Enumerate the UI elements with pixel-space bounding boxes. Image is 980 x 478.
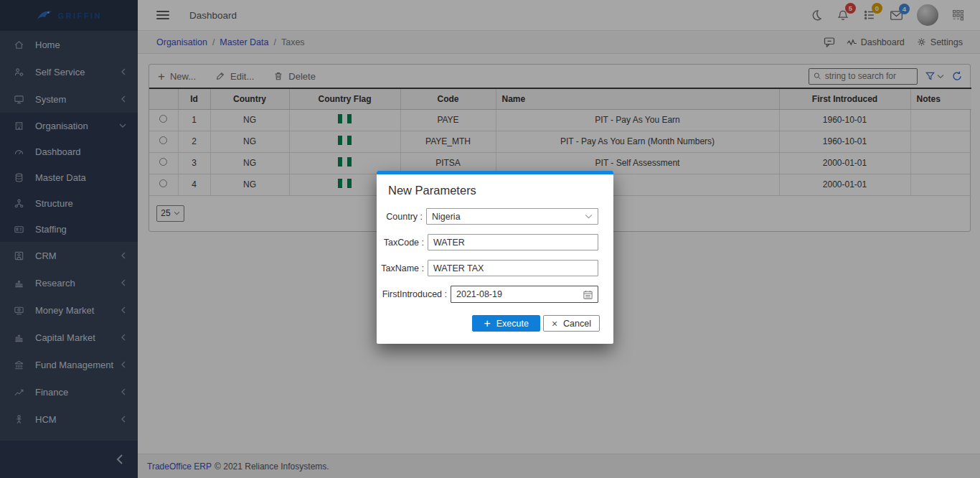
- taxcode-input[interactable]: [428, 234, 598, 250]
- country-label: Country :: [386, 212, 423, 222]
- chevron-down-icon: [585, 214, 593, 219]
- calendar-icon: [583, 289, 593, 300]
- country-field-row: Country : Nigeria: [377, 208, 598, 225]
- dialog-accent-strip: [377, 171, 613, 174]
- dialog-buttons: + Execute × Cancel: [377, 315, 600, 332]
- close-icon: ×: [552, 319, 557, 329]
- taxname-input[interactable]: [428, 260, 598, 276]
- execute-button[interactable]: + Execute: [472, 315, 540, 332]
- firstintroduced-label: FirstIntroduced :: [382, 289, 447, 299]
- date-input-wrap: [451, 286, 598, 303]
- taxname-label: TaxName :: [381, 263, 424, 273]
- calendar-button[interactable]: [583, 289, 598, 300]
- new-parameters-dialog: New Parameters Country : Nigeria TaxCode…: [377, 171, 613, 344]
- dialog-title: New Parameters: [388, 184, 602, 197]
- firstintroduced-input[interactable]: [451, 289, 583, 299]
- taxcode-label: TaxCode :: [384, 238, 424, 248]
- plus-icon: +: [484, 318, 490, 329]
- country-select[interactable]: Nigeria: [426, 208, 598, 225]
- taxname-field-row: TaxName :: [377, 260, 598, 276]
- firstintroduced-field-row: FirstIntroduced :: [377, 286, 598, 303]
- taxcode-field-row: TaxCode :: [377, 234, 598, 250]
- cancel-button[interactable]: × Cancel: [543, 315, 600, 332]
